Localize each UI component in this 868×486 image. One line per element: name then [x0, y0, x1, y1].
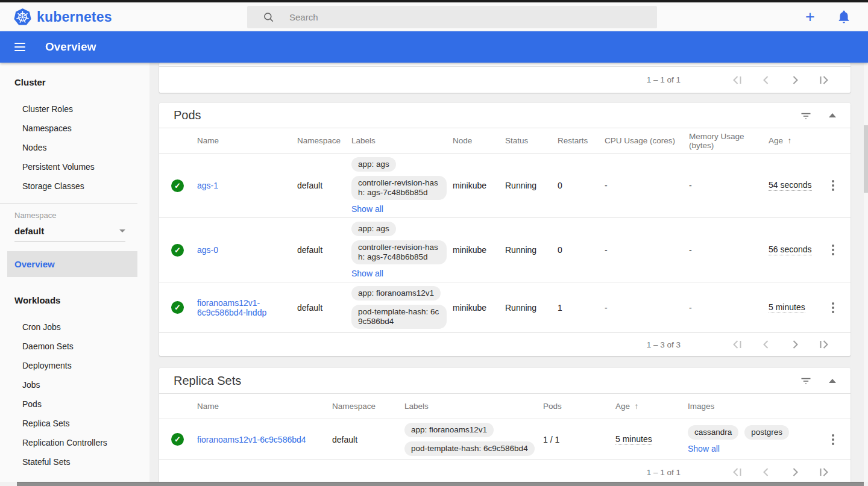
- menu-icon[interactable]: [14, 43, 25, 51]
- previous-page-button[interactable]: [759, 337, 773, 352]
- collapse-card-icon[interactable]: [829, 113, 836, 117]
- sidebar-item-stateful-sets[interactable]: Stateful Sets: [0, 452, 149, 472]
- next-page-button[interactable]: [788, 73, 802, 87]
- col-pods[interactable]: Pods: [543, 394, 615, 419]
- label-chip: app: fioranoams12v1: [404, 423, 494, 437]
- kubernetes-brand[interactable]: kubernetes: [13, 8, 112, 26]
- status-ok-icon: ✓: [171, 301, 184, 314]
- status-ok-icon: ✓: [171, 179, 184, 192]
- vertical-scrollbar[interactable]: [864, 63, 868, 482]
- col-name[interactable]: Name: [197, 394, 332, 419]
- rs-namespace: default: [332, 419, 404, 460]
- col-age[interactable]: Age ↑: [615, 394, 688, 419]
- vertical-scrollbar-thumb[interactable]: [864, 125, 868, 193]
- col-restarts[interactable]: Restarts: [558, 128, 605, 153]
- namespace-select[interactable]: default: [14, 226, 125, 242]
- more-vert-icon[interactable]: [826, 178, 840, 193]
- sidebar-item-overview-selected[interactable]: Overview: [7, 251, 137, 277]
- col-name[interactable]: Name: [197, 128, 297, 153]
- previous-page-button[interactable]: [759, 73, 773, 87]
- pod-memory: -: [689, 218, 761, 282]
- col-namespace[interactable]: Namespace: [332, 394, 404, 419]
- pod-cpu: -: [605, 282, 689, 332]
- pod-link[interactable]: ags-1: [197, 181, 218, 190]
- sidebar-heading-workloads[interactable]: Workloads: [0, 290, 149, 310]
- replica-set-link[interactable]: fioranoams12v1-6c9c586bd4: [197, 435, 306, 444]
- previous-page-button[interactable]: [759, 465, 773, 479]
- col-status[interactable]: Status: [505, 128, 558, 153]
- pod-row-fioranoams: ✓ fioranoams12v1-6c9c586bd4-lnddp defaul…: [159, 282, 851, 332]
- next-page-button[interactable]: [788, 465, 802, 479]
- label-chip: controller-revision-hash: ags-7c48b6b85d: [351, 240, 447, 264]
- filter-list-icon[interactable]: [800, 375, 812, 387]
- first-page-button[interactable]: [730, 73, 744, 87]
- pod-status: Running: [505, 218, 558, 282]
- page-header: Overview: [0, 31, 868, 63]
- sidebar-item-cron-jobs[interactable]: Cron Jobs: [0, 317, 149, 337]
- create-resource-button[interactable]: +: [803, 9, 817, 25]
- topbar-actions: +: [803, 2, 851, 31]
- pod-age: 5 minutes: [769, 302, 805, 313]
- col-node[interactable]: Node: [453, 128, 505, 153]
- replica-sets-pagination: 1 – 1 of 1: [159, 460, 851, 484]
- pod-status: Running: [505, 154, 558, 217]
- sidebar-item-pods[interactable]: Pods: [0, 394, 149, 414]
- more-vert-icon[interactable]: [826, 432, 840, 447]
- topbar: kubernetes +: [0, 2, 868, 31]
- sidebar-item-storage-classes[interactable]: Storage Classes: [0, 176, 149, 196]
- status-ok-icon: ✓: [171, 244, 184, 257]
- sidebar-item-replication-controllers[interactable]: Replication Controllers: [0, 433, 149, 452]
- sidebar-item-persistent-volumes[interactable]: Persistent Volumes: [0, 157, 149, 176]
- show-all-link[interactable]: Show all: [351, 204, 383, 214]
- label-chip: app: fioranoams12v1: [351, 286, 441, 301]
- sidebar-item-jobs[interactable]: Jobs: [0, 375, 149, 394]
- replica-sets-table-header: Name Namespace Labels Pods Age ↑ Images: [159, 394, 851, 419]
- label-chip: controller-revision-hash: ags-7c48b6b85d: [351, 176, 447, 200]
- last-page-button[interactable]: [817, 73, 831, 87]
- horizontal-scrollbar-thumb[interactable]: [17, 482, 864, 486]
- col-namespace[interactable]: Namespace: [297, 128, 351, 153]
- sort-arrow-icon: ↑: [635, 402, 639, 411]
- pod-age: 54 seconds: [769, 180, 812, 191]
- pod-link[interactable]: ags-0: [197, 245, 218, 255]
- pod-link[interactable]: fioranoams12v1-6c9c586bd4-lnddp: [197, 298, 291, 317]
- chevron-down-icon: [119, 229, 125, 232]
- sidebar: Cluster Cluster Roles Namespaces Nodes P…: [0, 63, 149, 486]
- kubernetes-logo-icon: [13, 8, 32, 26]
- first-page-button[interactable]: [730, 337, 744, 352]
- sidebar-item-namespaces[interactable]: Namespaces: [0, 119, 149, 138]
- sidebar-heading-cluster[interactable]: Cluster: [0, 72, 149, 92]
- notifications-icon[interactable]: [837, 10, 851, 24]
- show-all-link[interactable]: Show all: [688, 444, 720, 453]
- search-bar[interactable]: [247, 6, 657, 28]
- namespace-label: Namespace: [0, 210, 149, 226]
- sidebar-item-nodes[interactable]: Nodes: [0, 138, 149, 157]
- pod-restarts: 0: [558, 218, 605, 282]
- search-icon: [263, 11, 275, 23]
- last-page-button[interactable]: [817, 337, 831, 352]
- last-page-button[interactable]: [817, 465, 831, 479]
- sidebar-divider: [0, 203, 137, 204]
- more-vert-icon[interactable]: [826, 301, 840, 315]
- pod-node: minikube: [453, 282, 505, 332]
- pod-cpu: -: [605, 218, 689, 282]
- col-images: Images: [688, 394, 822, 419]
- col-memory: Memory Usage (bytes): [689, 128, 761, 153]
- more-vert-icon[interactable]: [826, 243, 840, 257]
- sidebar-item-deployments[interactable]: Deployments: [0, 356, 149, 375]
- col-age[interactable]: Age ↑: [761, 128, 822, 153]
- partial-card-pagination: 1 – 1 of 1: [159, 67, 851, 93]
- sidebar-item-daemon-sets[interactable]: Daemon Sets: [0, 337, 149, 356]
- collapse-card-icon[interactable]: [829, 379, 836, 383]
- next-page-button[interactable]: [788, 337, 802, 352]
- sidebar-item-replica-sets[interactable]: Replica Sets: [0, 414, 149, 433]
- pagination-range: 1 – 1 of 1: [647, 75, 681, 84]
- first-page-button[interactable]: [730, 465, 744, 479]
- horizontal-scrollbar[interactable]: [0, 482, 868, 486]
- search-input[interactable]: [289, 12, 627, 22]
- filter-list-icon[interactable]: [800, 110, 812, 122]
- sidebar-item-cluster-roles[interactable]: Cluster Roles: [0, 99, 149, 119]
- pods-card-title: Pods: [174, 108, 800, 122]
- pod-row-ags-1: ✓ ags-1 default app: ags controller-revi…: [159, 153, 851, 217]
- show-all-link[interactable]: Show all: [351, 269, 383, 278]
